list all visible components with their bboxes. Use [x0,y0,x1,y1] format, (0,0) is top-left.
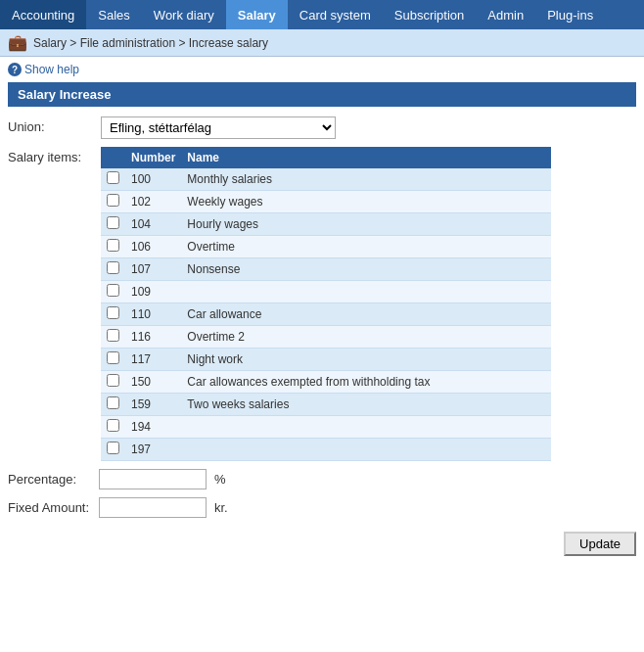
table-row: 104Hourly wages [101,213,551,236]
row-number: 197 [125,439,181,461]
row-checkbox[interactable] [107,306,119,319]
salary-table-wrapper: Number Name 100Monthly salaries102Weekly… [101,147,636,461]
row-name: Weekly wages [181,191,551,213]
row-checkbox[interactable] [107,216,119,229]
percentage-row: Percentage: % [8,469,636,489]
row-checkbox[interactable] [107,442,119,454]
row-checkbox[interactable] [107,284,119,297]
percentage-input[interactable] [99,469,207,489]
row-number: 116 [125,326,181,349]
salary-items-row: Salary items: Number Name 100Monthly sal… [8,147,636,461]
row-checkbox[interactable] [107,194,119,207]
nav-workdiary[interactable]: Work diary [142,0,226,29]
union-select[interactable]: Efling, stéttarfélag [101,116,336,139]
table-row: 102Weekly wages [101,191,551,213]
row-name [181,281,551,303]
row-number: 109 [125,281,181,303]
top-nav: Accounting Sales Work diary Salary Card … [0,0,644,29]
col-header-name: Name [181,147,551,168]
update-button[interactable]: Update [564,532,636,556]
nav-plugins[interactable]: Plug-ins [535,0,605,29]
row-name: Monthly salaries [181,168,551,191]
row-name: Car allowance [181,303,551,326]
nav-salary[interactable]: Salary [226,0,288,29]
row-checkbox[interactable] [107,239,119,252]
row-number: 110 [125,303,181,326]
help-bar: ? Show help [0,57,644,82]
row-number: 100 [125,168,181,191]
nav-sales[interactable]: Sales [86,0,142,29]
section-title: Salary Increase [8,82,636,107]
table-row: 197 [101,439,551,461]
show-help-label: Show help [24,63,79,76]
row-name: Overtime [181,236,551,258]
row-name: Hourly wages [181,213,551,236]
breadcrumb-icon: 💼 [8,33,27,52]
nav-admin[interactable]: Admin [476,0,535,29]
row-checkbox[interactable] [107,329,119,342]
breadcrumb-bar: 💼 Salary > File administration > Increas… [0,29,644,57]
help-icon: ? [8,63,22,76]
row-number: 117 [125,349,181,371]
row-checkbox[interactable] [107,351,119,364]
row-checkbox[interactable] [107,171,119,184]
salary-items-label: Salary items: [8,147,91,164]
table-row: 117Night work [101,349,551,371]
col-header-number: Number [125,147,181,168]
nav-bar: Accounting Sales Work diary Salary Card … [0,0,644,29]
row-name [181,439,551,461]
union-row: Union: Efling, stéttarfélag [8,116,636,139]
row-name: Nonsense [181,258,551,281]
row-checkbox[interactable] [107,419,119,432]
table-row: 109 [101,281,551,303]
show-help-link[interactable]: ? Show help [8,63,79,76]
table-row: 116Overtime 2 [101,326,551,349]
breadcrumb-text: Salary > File administration > Increase … [33,36,268,50]
table-row: 159Two weeks salaries [101,394,551,416]
fixed-amount-row: Fixed Amount: kr. [8,497,636,518]
button-row: Update [0,526,644,564]
row-checkbox[interactable] [107,374,119,387]
row-name: Two weeks salaries [181,394,551,416]
col-header-check [101,147,125,168]
row-number: 104 [125,213,181,236]
row-number: 159 [125,394,181,416]
fixed-amount-label: Fixed Amount: [8,500,91,515]
row-name: Overtime 2 [181,326,551,349]
row-number: 102 [125,191,181,213]
nav-accounting[interactable]: Accounting [0,0,86,29]
table-row: 107Nonsense [101,258,551,281]
row-name [181,416,551,439]
row-number: 106 [125,236,181,258]
row-name: Car allowances exempted from withholding… [181,371,551,394]
nav-subscription[interactable]: Subscription [383,0,477,29]
row-number: 107 [125,258,181,281]
form-area: Union: Efling, stéttarfélag Salary items… [0,116,644,518]
table-row: 110Car allowance [101,303,551,326]
table-row: 106Overtime [101,236,551,258]
row-number: 194 [125,416,181,439]
table-row: 100Monthly salaries [101,168,551,191]
percentage-label: Percentage: [8,472,91,487]
fixed-amount-unit: kr. [214,500,228,515]
union-label: Union: [8,116,91,134]
row-number: 150 [125,371,181,394]
table-row: 194 [101,416,551,439]
salary-table: Number Name 100Monthly salaries102Weekly… [101,147,551,461]
row-checkbox[interactable] [107,261,119,274]
table-row: 150Car allowances exempted from withhold… [101,371,551,394]
row-checkbox[interactable] [107,396,119,409]
fixed-amount-input[interactable] [99,497,207,518]
percentage-unit: % [214,472,226,487]
row-name: Night work [181,349,551,371]
nav-cardsystem[interactable]: Card system [288,0,383,29]
